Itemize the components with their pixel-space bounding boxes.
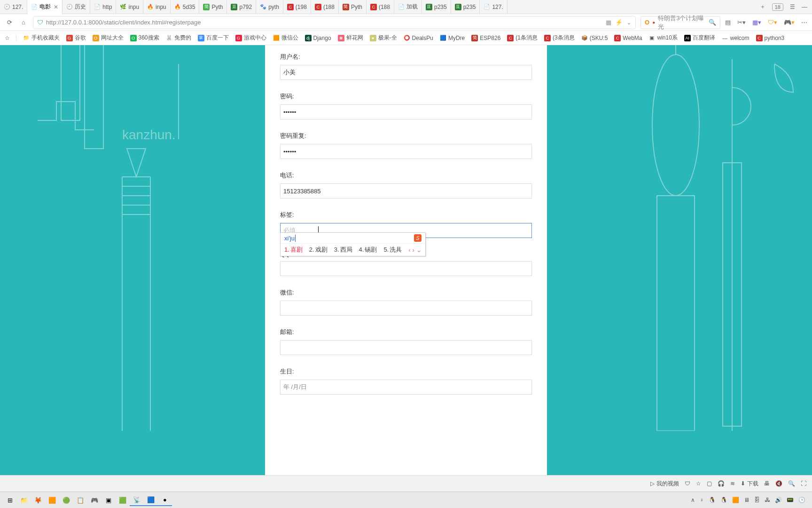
tray-icon[interactable]: 🔊 [775,497,782,503]
bookmark-item[interactable]: O360搜索 [128,33,161,43]
flash-icon[interactable]: ⚡ [615,19,623,26]
input-email[interactable] [280,340,532,355]
status-download[interactable]: ⬇ 下载 [741,480,758,488]
status-star-icon[interactable]: ☆ [696,480,701,487]
scissors-icon[interactable]: ✂▾ [737,19,746,26]
security-icon[interactable]: 🛡▾ [768,19,777,26]
new-tab-button[interactable]: ＋ [760,3,765,11]
browser-tab[interactable]: 🔥5d35 [171,0,200,14]
browser-tab[interactable]: 🌿inpu [116,0,143,14]
grid-icon[interactable]: ▦▾ [752,19,761,26]
taskbar-app[interactable]: 🟦 [144,494,158,506]
home-icon[interactable]: ⌂ [19,18,28,27]
more-icon[interactable]: ⋯ [801,19,807,26]
qr-icon[interactable]: ▦ [606,19,611,26]
tray-icon[interactable]: ∧ [691,497,695,503]
status-zoom-icon[interactable]: 🔍 [788,480,795,487]
bookmark-item[interactable]: ●极果-全 [368,33,399,43]
status-mute-icon[interactable]: 🔇 [775,480,782,487]
status-video-icon[interactable]: ▢ [707,480,712,487]
taskbar-app[interactable]: ⊞ [3,494,17,506]
search-icon[interactable]: 🔍 [709,19,716,26]
bookmark-item[interactable]: C(3条消息 [542,33,577,43]
status-rocket-icon[interactable]: ≋ [730,480,735,487]
input-qq[interactable] [280,261,532,276]
bookmark-item[interactable]: CWebMa [612,34,644,42]
tray-icon[interactable]: 🐧 [709,497,716,503]
browser-tab[interactable]: 豆p235 [451,0,480,14]
browser-tab[interactable]: C(188 [367,0,394,14]
taskbar-app[interactable]: 🦊 [31,494,45,506]
browser-tab[interactable]: 🐾pyth [256,0,283,14]
tab-count-badge[interactable]: 18 [772,3,783,11]
taskbar-app[interactable]: 🟩 [116,494,130,506]
tray-icon[interactable]: 📟 [787,497,794,503]
ime-prev-icon[interactable]: ‹ [408,246,410,254]
bookmark-item[interactable]: C(1条消息 [505,33,539,43]
browser-tab[interactable]: C(188 [311,0,339,14]
bookmark-star-icon[interactable]: ☆ [3,34,12,42]
browser-tab[interactable]: 🕘127. [0,0,27,14]
status-video[interactable]: ▷ 我的视频 [650,480,679,488]
status-fullscreen-icon[interactable]: ⛶ [801,480,806,487]
ime-candidate[interactable]: 5.洗具 [383,246,402,254]
browser-tab[interactable]: 📄电影✕ [27,0,62,14]
tray-icon[interactable]: 🕒 [798,497,805,503]
status-headphone-icon[interactable]: 🎧 [718,480,725,487]
browser-tab[interactable]: 简Pyth [199,0,227,14]
browser-tab[interactable]: C(198 [283,0,311,14]
bookmark-item[interactable]: 🟧微信公 [271,33,300,43]
bookmark-item[interactable]: Cpython3 [754,34,787,42]
taskbar-app[interactable]: 📡 [130,494,144,506]
input-password2[interactable]: •••••• [280,144,532,159]
bookmark-item[interactable]: 📦(SKU:5 [579,34,610,42]
ime-candidate[interactable]: 4.锡剧 [359,246,377,254]
ime-more-icon[interactable]: ⌄ [416,246,422,254]
browser-tab[interactable]: 📄127. [480,0,507,14]
bookmark-item[interactable]: —welcom [720,34,751,42]
bookmark-item[interactable]: ❀鲜花网 [336,33,365,43]
url-field[interactable]: 🛡 http://127.0.0.1:8000/static/client/in… [33,16,636,29]
bookmark-item[interactable]: AI百度翻译 [682,33,717,43]
bookmark-item[interactable]: ⭕DealsPu [402,34,435,42]
taskbar-app[interactable]: ▣ [102,494,116,506]
bookmark-item[interactable]: ▣win10系 [647,33,679,43]
input-phone[interactable]: 15123385885 [280,183,532,198]
status-shield-icon[interactable]: 🛡 [685,480,690,487]
tray-icon[interactable]: 🐧 [720,497,727,503]
browser-tab[interactable]: 📄http [90,0,116,14]
browser-tab[interactable]: 🕘历史 [62,0,90,14]
tray-icon[interactable]: ♀ [700,497,704,503]
taskbar-app[interactable]: 🎮 [87,494,102,506]
ime-candidate[interactable]: 1.喜剧 [284,246,303,254]
bookmark-item[interactable]: 🟦MyDre [438,34,467,42]
bookmark-item[interactable]: G谷歌 [64,33,88,43]
ime-next-icon[interactable]: › [413,246,414,254]
translate-icon[interactable]: ▤ [725,19,731,26]
ime-nav[interactable]: ‹ › ⌄ [408,246,422,254]
browser-tab[interactable]: 📄加载 [394,0,422,14]
tray-icon[interactable]: 🟧 [732,497,739,503]
browser-tab[interactable]: 简Pyth [339,0,367,14]
tray-icon[interactable]: 🖧 [765,497,770,503]
input-birthday[interactable]: 年 /月/日 [280,380,532,395]
input-username[interactable]: 小美 [280,65,532,80]
bookmark-item[interactable]: O网址大全 [91,33,125,43]
menu-icon[interactable]: ☰ [790,4,795,10]
game-icon[interactable]: 🎮▾ [784,19,795,26]
search-field[interactable]: O ● 特朗普3个计划曝光 🔍 [640,16,720,29]
bookmark-item[interactable]: 📁手机收藏夹 [21,33,62,43]
input-password[interactable]: •••••• [280,104,532,119]
browser-tab[interactable]: 🔥inpu [143,0,171,14]
bookmark-item[interactable]: 简ESP826 [469,34,502,42]
ime-candidate[interactable]: 3.西局 [334,246,352,254]
reload-icon[interactable]: ⟳ [5,18,14,27]
bookmark-item[interactable]: 🐰免费的 [164,33,193,43]
bookmark-item[interactable]: djDjango [303,34,333,42]
status-print-icon[interactable]: 🖶 [764,480,770,487]
tray-icon[interactable]: 🖥 [744,497,750,503]
taskbar-app[interactable]: 📋 [73,494,87,506]
taskbar-app[interactable]: 🟢 [59,494,73,506]
taskbar-app[interactable]: ● [158,494,172,506]
browser-tab[interactable]: 豆p792 [227,0,256,14]
